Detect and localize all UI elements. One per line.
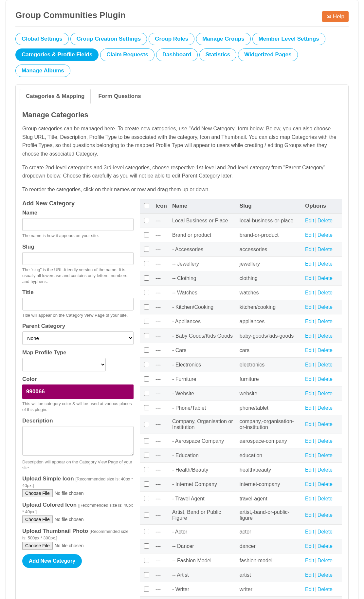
table-row[interactable]: ---- Travel Agenttravel-agentEdit|Delete (140, 492, 342, 506)
row-checkbox[interactable] (144, 218, 149, 223)
table-row[interactable]: ----- JewelleryjewelleryEdit|Delete (140, 257, 342, 271)
table-row[interactable]: ---- Kitchen/Cookingkitchen/cookingEdit|… (140, 300, 342, 314)
edit-link[interactable]: Edit (305, 543, 314, 549)
delete-link[interactable]: Delete (318, 376, 333, 382)
edit-link[interactable]: Edit (305, 512, 314, 518)
delete-link[interactable]: Delete (318, 247, 333, 252)
nav-pill[interactable]: Manage Albums (15, 65, 70, 77)
delete-link[interactable]: Delete (318, 319, 333, 324)
delete-link[interactable]: Delete (318, 558, 333, 563)
row-checkbox[interactable] (144, 405, 149, 410)
edit-link[interactable]: Edit (305, 496, 314, 501)
delete-link[interactable]: Delete (318, 467, 333, 473)
table-row[interactable]: ---Local Business or Placelocal-business… (140, 214, 342, 228)
help-button[interactable]: ✉ Help (322, 11, 349, 22)
table-row[interactable]: ---- EducationeducationEdit|Delete (140, 448, 342, 463)
row-checkbox[interactable] (144, 333, 149, 338)
row-checkbox[interactable] (144, 572, 149, 577)
edit-link[interactable]: Edit (305, 290, 314, 295)
nav-pill[interactable]: Global Settings (15, 33, 69, 45)
table-row[interactable]: ----- Fashion Modelfashion-modelEdit|Del… (140, 553, 342, 568)
row-checkbox[interactable] (144, 304, 149, 309)
delete-link[interactable]: Delete (318, 496, 333, 501)
edit-link[interactable]: Edit (305, 275, 314, 281)
delete-link[interactable]: Delete (318, 481, 333, 487)
sub-tab[interactable]: Categories & Mapping (20, 89, 91, 103)
edit-link[interactable]: Edit (305, 391, 314, 396)
delete-link[interactable]: Delete (318, 405, 333, 411)
table-row[interactable]: ---- Health/Beautyhealth/beautyEdit|Dele… (140, 463, 342, 477)
delete-link[interactable]: Delete (318, 391, 333, 396)
table-row[interactable]: ----- ArtistartistEdit|Delete (140, 568, 342, 582)
nav-pill[interactable]: Categories & Profile Fields (15, 48, 99, 61)
choose-file-colored-button[interactable]: Choose File (22, 515, 53, 523)
map-profile-select[interactable] (22, 358, 106, 371)
edit-link[interactable]: Edit (305, 362, 314, 367)
delete-link[interactable]: Delete (318, 347, 333, 353)
table-row[interactable]: ---- Aerospace Companyaerospace-companyE… (140, 434, 342, 448)
table-row[interactable]: ----- BloggerbloggerEdit|Delete (140, 597, 342, 599)
delete-link[interactable]: Delete (318, 453, 333, 458)
parent-category-select[interactable]: None (22, 331, 134, 345)
edit-link[interactable]: Edit (305, 467, 314, 473)
delete-link[interactable]: Delete (318, 572, 333, 578)
delete-link[interactable]: Delete (318, 304, 333, 310)
table-row[interactable]: ---- Internet Companyinternet-companyEdi… (140, 477, 342, 492)
nav-pill[interactable]: Claim Requests (100, 48, 155, 61)
edit-link[interactable]: Edit (305, 333, 314, 339)
row-checkbox[interactable] (144, 438, 149, 443)
row-checkbox[interactable] (144, 232, 149, 237)
choose-file-thumb-button[interactable]: Choose File (22, 542, 53, 550)
delete-link[interactable]: Delete (318, 362, 333, 367)
table-row[interactable]: ----- WatcheswatchesEdit|Delete (140, 286, 342, 300)
nav-pill[interactable]: Manage Groups (196, 33, 250, 45)
edit-link[interactable]: Edit (305, 438, 314, 444)
edit-link[interactable]: Edit (305, 304, 314, 310)
row-checkbox[interactable] (144, 467, 149, 472)
table-row[interactable]: ---Brand or productbrand-or-productEdit|… (140, 228, 342, 242)
edit-link[interactable]: Edit (305, 453, 314, 458)
row-checkbox[interactable] (144, 261, 149, 266)
select-all-checkbox[interactable] (144, 203, 149, 208)
row-checkbox[interactable] (144, 391, 149, 396)
edit-link[interactable]: Edit (305, 247, 314, 252)
row-checkbox[interactable] (144, 513, 149, 518)
row-checkbox[interactable] (144, 290, 149, 295)
row-checkbox[interactable] (144, 496, 149, 501)
row-checkbox[interactable] (144, 275, 149, 281)
add-new-category-button[interactable]: Add New Category (22, 554, 82, 568)
row-checkbox[interactable] (144, 481, 149, 487)
edit-link[interactable]: Edit (305, 347, 314, 353)
row-checkbox[interactable] (144, 347, 149, 353)
description-textarea[interactable] (22, 426, 134, 456)
edit-link[interactable]: Edit (305, 572, 314, 578)
delete-link[interactable]: Delete (318, 218, 333, 223)
row-checkbox[interactable] (144, 543, 149, 549)
delete-link[interactable]: Delete (318, 529, 333, 534)
nav-pill[interactable]: Member Level Settings (252, 33, 325, 45)
delete-link[interactable]: Delete (318, 512, 333, 518)
table-row[interactable]: ---- Phone/Tabletphone/tabletEdit|Delete (140, 401, 342, 415)
delete-link[interactable]: Delete (318, 232, 333, 238)
table-row[interactable]: ---- AppliancesappliancesEdit|Delete (140, 314, 342, 329)
table-row[interactable]: ---Company, Organisation or Institutionc… (140, 415, 342, 434)
table-row[interactable]: ----- DancerdancerEdit|Delete (140, 539, 342, 553)
edit-link[interactable]: Edit (305, 376, 314, 382)
edit-link[interactable]: Edit (305, 261, 314, 267)
slug-input[interactable] (22, 252, 134, 265)
edit-link[interactable]: Edit (305, 529, 314, 534)
edit-link[interactable]: Edit (305, 218, 314, 223)
row-checkbox[interactable] (144, 376, 149, 382)
table-row[interactable]: ---- CarscarsEdit|Delete (140, 343, 342, 358)
table-row[interactable]: ---- Baby Goods/Kids Goodsbaby-goods/kid… (140, 329, 342, 343)
edit-link[interactable]: Edit (305, 421, 314, 427)
row-checkbox[interactable] (144, 362, 149, 367)
delete-link[interactable]: Delete (318, 275, 333, 281)
table-row[interactable]: ---- ElectronicselectronicsEdit|Delete (140, 358, 342, 372)
row-checkbox[interactable] (144, 422, 149, 427)
edit-link[interactable]: Edit (305, 587, 314, 592)
table-row[interactable]: ---- ActoractorEdit|Delete (140, 525, 342, 539)
nav-pill[interactable]: Dashboard (156, 48, 198, 61)
row-checkbox[interactable] (144, 453, 149, 458)
delete-link[interactable]: Delete (318, 290, 333, 295)
